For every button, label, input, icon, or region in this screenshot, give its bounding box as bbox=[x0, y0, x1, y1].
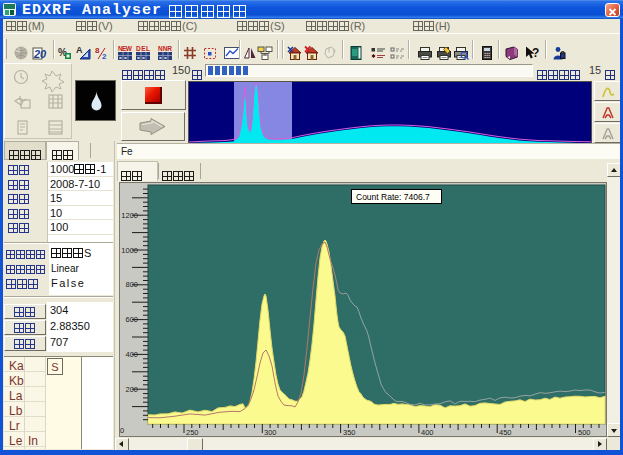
svg-text:300: 300 bbox=[264, 428, 277, 436]
svg-text:NEW: NEW bbox=[118, 45, 133, 52]
svg-text:1200: 1200 bbox=[121, 211, 138, 220]
svg-text:Count Rate: 7406.7: Count Rate: 7406.7 bbox=[356, 192, 430, 202]
svg-text:DEL: DEL bbox=[136, 45, 150, 52]
svg-text:250: 250 bbox=[186, 428, 199, 436]
svg-text:200: 200 bbox=[125, 385, 138, 394]
svg-text:?: ? bbox=[532, 46, 539, 60]
svg-text:450: 450 bbox=[499, 428, 512, 436]
svg-text:NNR: NNR bbox=[158, 45, 172, 52]
svg-text:0: 0 bbox=[120, 426, 124, 435]
svg-text:1000: 1000 bbox=[121, 246, 138, 255]
svg-text:350: 350 bbox=[343, 428, 356, 436]
svg-text:800: 800 bbox=[125, 280, 138, 289]
svg-text:0: 0 bbox=[40, 48, 47, 60]
svg-text:600: 600 bbox=[125, 315, 138, 324]
svg-text:8: 8 bbox=[95, 46, 100, 55]
svg-text:400: 400 bbox=[125, 350, 138, 359]
svg-text:A: A bbox=[76, 45, 83, 55]
svg-text:2: 2 bbox=[102, 52, 107, 61]
svg-text:400: 400 bbox=[421, 428, 434, 436]
svg-text:500: 500 bbox=[578, 428, 591, 436]
